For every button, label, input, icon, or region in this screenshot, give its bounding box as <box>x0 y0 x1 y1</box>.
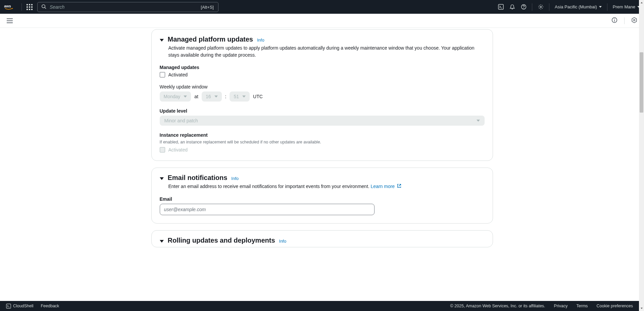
collapse-caret-icon[interactable] <box>160 177 164 180</box>
search-input[interactable] <box>37 2 218 12</box>
divider <box>549 3 549 11</box>
caret-down-icon <box>242 96 246 98</box>
hour-select[interactable]: 16 <box>202 91 222 102</box>
checkbox-row: Activated <box>160 147 485 152</box>
collapse-caret-icon[interactable] <box>160 240 164 243</box>
caret-down-icon <box>184 96 187 98</box>
region-selector[interactable]: Asia Pacific (Mumbai) <box>555 4 602 9</box>
weekly-window-row: Monday at 16 : 51 UTC <box>160 91 485 102</box>
page-scrollbar[interactable] <box>639 0 644 301</box>
rolling-updates-panel: Rolling updates and deployments Info <box>151 230 493 247</box>
sub-header <box>0 14 644 28</box>
panel-description: Enter an email address to receive email … <box>168 183 485 190</box>
svg-point-9 <box>614 19 615 19</box>
desc-text: Enter an email address to receive email … <box>168 184 371 189</box>
field-label: Managed updates <box>160 65 485 70</box>
field-label: Email <box>160 196 485 202</box>
panel-header: Managed platform updates Info <box>160 36 485 43</box>
search-shortcut: [Alt+S] <box>201 4 214 9</box>
scrollbar-track[interactable] <box>639 5 644 301</box>
caret-down-icon <box>214 96 218 98</box>
caret-down-icon <box>477 120 480 122</box>
instance-replacement-checkbox <box>160 147 165 152</box>
services-menu-icon[interactable] <box>27 4 33 10</box>
settings-icon[interactable] <box>538 4 544 10</box>
utc-label: UTC <box>253 94 263 99</box>
help-icon[interactable] <box>521 4 527 10</box>
minute-value: 51 <box>234 94 239 99</box>
panel-description: Activate managed platform updates to app… <box>168 45 485 59</box>
managed-updates-field: Managed updates Activated <box>160 65 485 77</box>
svg-rect-3 <box>498 4 503 9</box>
info-link[interactable]: Info <box>257 38 264 43</box>
email-notifications-panel: Email notifications Info Enter an email … <box>151 168 493 224</box>
scroll-up-button[interactable] <box>639 0 644 5</box>
field-label: Update level <box>160 108 485 114</box>
notifications-icon[interactable] <box>509 4 515 10</box>
email-field-group: Email <box>160 196 485 215</box>
managed-updates-panel: Managed platform updates Info Activate m… <box>151 29 493 161</box>
panel-title: Rolling updates and deployments <box>168 237 275 244</box>
colon: : <box>225 94 227 99</box>
user-menu[interactable]: Prem Mane <box>613 4 640 9</box>
day-value: Monday <box>164 94 181 99</box>
svg-text:aws: aws <box>4 4 11 8</box>
checkbox-label: Activated <box>168 147 188 152</box>
svg-point-11 <box>634 19 635 21</box>
main-content-wrap: Managed platform updates Info Activate m… <box>0 28 644 301</box>
caret-down-icon <box>599 6 602 8</box>
info-link[interactable]: Info <box>279 239 287 244</box>
panel-header: Rolling updates and deployments Info <box>160 237 485 244</box>
update-level-field: Update level Minor and patch <box>160 108 485 126</box>
minute-select[interactable]: 51 <box>230 91 250 102</box>
field-label: Instance replacement <box>160 132 485 138</box>
field-label: Weekly update window <box>160 84 485 89</box>
divider <box>607 3 607 11</box>
collapse-caret-icon[interactable] <box>160 39 164 42</box>
checkbox-label: Activated <box>168 72 188 77</box>
instance-replacement-field: Instance replacement If enabled, an inst… <box>160 132 485 152</box>
region-label: Asia Pacific (Mumbai) <box>555 4 597 9</box>
info-panel-icon[interactable] <box>611 17 617 24</box>
external-link-icon <box>397 183 402 190</box>
search-icon <box>41 4 46 10</box>
svg-point-7 <box>540 6 541 7</box>
svg-line-2 <box>45 7 46 9</box>
panel-title: Email notifications <box>168 174 228 182</box>
day-select[interactable]: Monday <box>160 91 191 102</box>
aws-logo[interactable]: aws <box>4 0 17 14</box>
svg-point-6 <box>523 8 524 8</box>
update-level-select[interactable]: Minor and patch <box>160 116 485 126</box>
preferences-icon[interactable] <box>631 17 637 24</box>
panel-header: Email notifications Info <box>160 174 485 182</box>
email-input[interactable] <box>160 204 375 215</box>
main-content: Managed platform updates Info Activate m… <box>151 29 493 294</box>
divider <box>532 3 532 11</box>
svg-point-1 <box>42 4 45 7</box>
learn-more-link[interactable]: Learn more <box>371 184 395 189</box>
svg-line-12 <box>399 184 401 186</box>
checkbox-row: Activated <box>160 72 485 77</box>
sub-header-right <box>611 17 637 24</box>
at-label: at <box>194 94 198 99</box>
activated-checkbox[interactable] <box>160 72 165 77</box>
scrollbar-thumb[interactable] <box>640 52 643 113</box>
search-wrap: [Alt+S] <box>37 2 218 12</box>
cloudshell-icon[interactable] <box>498 4 504 10</box>
header-right: Asia Pacific (Mumbai) Prem Mane <box>498 3 640 11</box>
top-header: aws [Alt+S] Asia Pacific (Mumb <box>0 0 644 14</box>
divider <box>624 17 625 24</box>
menu-toggle-icon[interactable] <box>7 18 13 23</box>
field-hint: If enabled, an instance replacement will… <box>160 140 485 144</box>
info-link[interactable]: Info <box>231 176 239 181</box>
hour-value: 16 <box>206 94 211 99</box>
divider <box>21 3 22 11</box>
update-level-value: Minor and patch <box>164 118 198 123</box>
weekly-window-field: Weekly update window Monday at 16 : 51 <box>160 84 485 102</box>
user-label: Prem Mane <box>613 4 635 9</box>
panel-title: Managed platform updates <box>168 36 253 43</box>
